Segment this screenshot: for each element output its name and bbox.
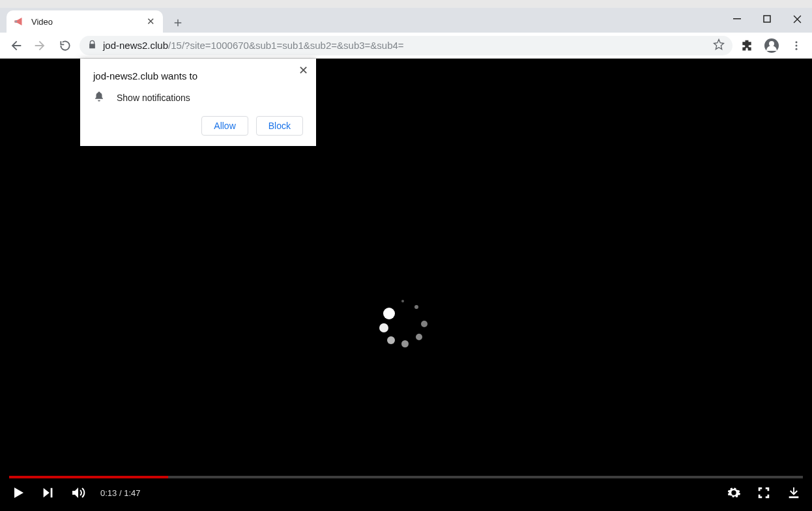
svg-point-6: [796, 44, 798, 46]
back-button[interactable]: [5, 35, 26, 56]
svg-point-0: [15, 21, 17, 23]
next-button[interactable]: [40, 485, 56, 501]
browser-toolbar: jod-news2.club/15/?site=1000670&sub1=sub…: [0, 33, 812, 59]
time-duration: 1:47: [124, 488, 140, 498]
window-controls: [722, 8, 812, 30]
new-tab-button[interactable]: [168, 13, 188, 33]
forward-button[interactable]: [30, 35, 51, 56]
download-button[interactable]: [786, 485, 802, 501]
minimize-button[interactable]: [722, 8, 752, 30]
permission-item-label: Show notifications: [117, 93, 190, 103]
svg-point-7: [796, 48, 798, 50]
svg-point-5: [796, 41, 798, 43]
close-icon[interactable]: ✕: [297, 64, 310, 77]
time-display: 0:13 / 1:47: [100, 488, 140, 498]
svg-point-4: [769, 41, 774, 46]
extensions-button[interactable]: [736, 35, 757, 56]
close-tab-icon[interactable]: ✕: [145, 16, 156, 27]
video-control-bar: 0:13 / 1:47: [0, 476, 812, 511]
allow-button[interactable]: Allow: [201, 116, 248, 136]
fullscreen-button[interactable]: [756, 485, 772, 501]
address-bar[interactable]: jod-news2.club/15/?site=1000670&sub1=sub…: [80, 36, 732, 55]
loading-spinner-icon: [378, 300, 437, 358]
lock-icon: [87, 40, 98, 51]
block-button[interactable]: Block: [256, 116, 303, 136]
bell-icon: [93, 91, 105, 104]
tab-strip: Video ✕: [0, 8, 812, 33]
megaphone-icon: [13, 16, 25, 27]
window-titlebar: [0, 0, 812, 8]
url-text: jod-news2.club/15/?site=1000670&sub1=sub…: [103, 40, 404, 51]
permission-title: jod-news2.club wants to: [93, 70, 303, 81]
svg-rect-2: [764, 16, 770, 22]
volume-button[interactable]: [70, 485, 86, 501]
url-path: /15/?site=1000670&sub1=sub1&sub2=&sub3=&…: [168, 40, 404, 51]
permission-item-row: Show notifications: [93, 91, 303, 104]
browser-tab-active[interactable]: Video ✕: [7, 10, 163, 33]
notification-permission-popup: ✕ jod-news2.club wants to Show notificat…: [80, 59, 316, 146]
profile-button[interactable]: [761, 35, 782, 56]
url-domain: jod-news2.club: [103, 40, 168, 51]
maximize-button[interactable]: [752, 8, 782, 30]
kebab-menu-button[interactable]: [786, 35, 807, 56]
reload-button[interactable]: [55, 35, 76, 56]
time-current: 0:13: [100, 488, 117, 498]
settings-gear-icon[interactable]: [726, 485, 742, 501]
tab-title: Video: [31, 17, 53, 27]
bookmark-star-icon[interactable]: [713, 38, 725, 52]
close-window-button[interactable]: [782, 8, 812, 30]
svg-rect-1: [733, 18, 741, 20]
play-button[interactable]: [10, 485, 26, 501]
progress-track[interactable]: [9, 476, 803, 478]
progress-played: [9, 476, 168, 478]
